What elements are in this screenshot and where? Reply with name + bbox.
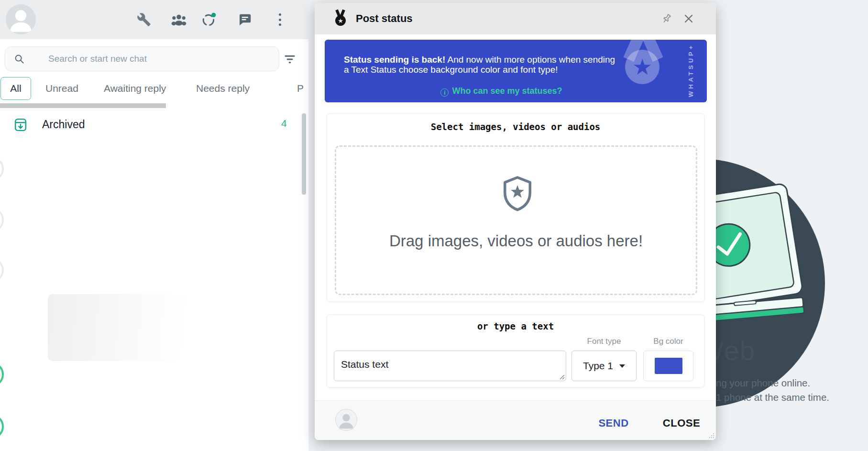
archive-icon: [14, 118, 27, 132]
medal-badge-icon: [335, 10, 346, 28]
chat-list-scrollbar[interactable]: [302, 113, 306, 195]
compose-heading: or type a text: [327, 321, 704, 331]
tools-button[interactable]: [137, 12, 151, 27]
person-icon: [6, 4, 36, 34]
font-type-value: Type 1: [583, 360, 613, 372]
sender-avatar: [335, 409, 357, 431]
status-ring-icon: [202, 12, 216, 27]
wrench-icon: [137, 12, 151, 27]
filter-button[interactable]: [283, 53, 297, 66]
promo-banner: Status sending is back! And now with mor…: [325, 40, 707, 102]
send-button[interactable]: SEND: [590, 417, 637, 429]
media-dropzone[interactable]: Drag images, videos or audios here!: [335, 145, 697, 295]
search-bar: [5, 46, 279, 71]
who-can-see-statuses-link[interactable]: iWho can see my statuses?: [325, 86, 678, 97]
post-status-dialog: Post status Status: [315, 3, 716, 440]
chat-avatar-partial-green-ring: [0, 362, 4, 387]
font-type-label: Font type: [571, 337, 637, 346]
tab-unread[interactable]: Unread: [45, 83, 78, 94]
tabs-horizontal-scrollbar[interactable]: [0, 103, 166, 108]
info-icon: i: [440, 88, 449, 97]
person-icon: [336, 409, 357, 430]
profile-avatar[interactable]: [6, 4, 36, 34]
chat-avatar-partial: [0, 156, 4, 181]
whatsup-plus-brand: WHATSUP+: [687, 44, 694, 97]
pin-button[interactable]: [661, 13, 672, 24]
status-text-input[interactable]: Status text: [334, 351, 566, 381]
tab-all[interactable]: All: [0, 77, 31, 100]
bg-color-swatch: [655, 358, 682, 374]
dialog-resize-handle[interactable]: [708, 432, 714, 439]
dialog-title: Post status: [356, 3, 413, 34]
filter-icon: [283, 53, 297, 66]
dialog-footer: SEND CLOSE: [315, 400, 716, 440]
status-button[interactable]: [202, 12, 216, 27]
tab-truncated[interactable]: P: [297, 83, 304, 94]
upload-card: Select images, videos or audios Drag ima…: [327, 113, 704, 302]
dialog-header: Post status: [315, 3, 716, 34]
community-button[interactable]: [171, 12, 187, 27]
whatsapp-web-screen: Web ng your phone online. 1 phone at the…: [0, 0, 868, 451]
chat-bubble-icon: [238, 12, 252, 27]
drop-hint-text: Drag images, videos or audios here!: [336, 232, 696, 250]
tagline-line2-fragment: 1 phone at the same time.: [716, 392, 829, 403]
compose-card: or type a text Font type Bg color Status…: [327, 315, 704, 387]
tagline-line1-fragment: ng your phone online.: [716, 377, 810, 389]
chat-list-panel: All Unread Awaiting reply Needs reply P …: [0, 0, 308, 451]
new-chat-button[interactable]: [238, 12, 252, 27]
chevron-down-icon: [619, 364, 625, 368]
dialog-close-button[interactable]: [683, 13, 694, 24]
shield-star-icon: [501, 176, 534, 213]
chat-avatar-partial-green-ring: [0, 414, 4, 439]
archived-label: Archived: [42, 118, 85, 131]
archived-count-badge: 4: [281, 118, 287, 129]
bg-color-label: Bg color: [643, 337, 693, 346]
star-medal-icon: [625, 50, 659, 84]
font-type-select[interactable]: Type 1: [571, 351, 637, 381]
tab-needs-reply[interactable]: Needs reply: [196, 83, 250, 94]
kebab-menu-icon: [279, 13, 281, 16]
pin-icon: [661, 13, 672, 24]
archived-row[interactable]: Archived 4: [0, 113, 301, 139]
people-group-icon: [171, 12, 187, 27]
menu-button[interactable]: [278, 12, 282, 27]
panel-header: [0, 0, 308, 39]
tab-awaiting-reply[interactable]: Awaiting reply: [104, 83, 166, 94]
search-input[interactable]: [5, 47, 279, 71]
loading-shimmer: [48, 294, 258, 361]
banner-text: Status sending is back! And now with mor…: [344, 55, 621, 75]
close-icon: [683, 13, 694, 24]
banner-headline-bold: Status sending is back!: [344, 55, 445, 65]
chat-avatar-partial: [0, 258, 4, 283]
close-button[interactable]: CLOSE: [655, 417, 708, 429]
bg-color-picker[interactable]: [643, 351, 693, 381]
chat-avatar-partial: [0, 208, 4, 232]
upload-heading: Select images, videos or audios: [327, 121, 704, 132]
